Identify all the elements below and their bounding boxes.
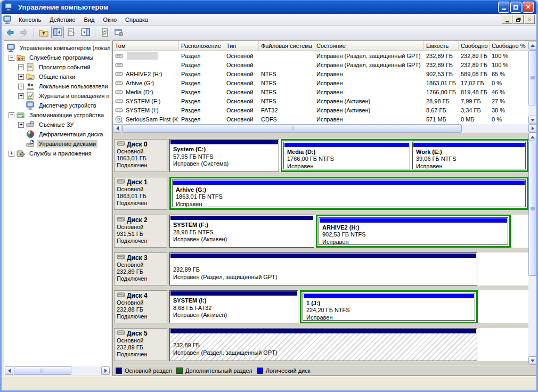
logical-drive-band [304, 294, 474, 298]
column-header-status[interactable]: Состояние [314, 41, 424, 51]
tree-item-event-viewer[interactable]: + Просмотр событий [4, 62, 110, 72]
disk-1-header[interactable]: Диск 1 Основной1863,01 ГБПодключен [114, 177, 167, 210]
partition-system-c[interactable]: System (C:)57,95 ГБ NTFSИсправен (Систем… [169, 139, 279, 172]
scroll-left-button[interactable] [113, 124, 121, 133]
maximize-button[interactable] [510, 2, 521, 13]
collapse-expander-icon[interactable]: − [9, 55, 14, 61]
volume-row[interactable]: Раздел Основной Исправен (Раздел, защище… [113, 51, 537, 60]
scrollbar-thumb[interactable] [528, 50, 537, 105]
tree-item-computer-management[interactable]: Управление компьютером (локаль [4, 43, 110, 53]
volume-row[interactable]: Arhive (G:) Раздел Основной NTFS Исправе… [113, 78, 537, 87]
expand-expander-icon[interactable]: + [18, 93, 24, 99]
show-hide-action-pane-button[interactable] [79, 27, 92, 38]
volume-row[interactable]: SYSTEM (F:) Раздел Основной NTFS Исправе… [113, 96, 537, 105]
tree-item-local-users[interactable]: + Локальные пользователи [4, 81, 110, 91]
tree-horizontal-scrollbar[interactable] [5, 366, 110, 375]
column-header-capacity[interactable]: Емкость [424, 41, 459, 51]
app-icon [4, 3, 13, 11]
console-window-icon [3, 15, 12, 24]
tree-item-services-applications[interactable]: + Службы и приложения [4, 149, 110, 158]
volume-list-vertical-scrollbar[interactable] [528, 41, 537, 124]
disk-2-header[interactable]: Диск 2 Основной931,51 ГБПодключен [114, 215, 167, 248]
scrollbar-thumb[interactable] [122, 124, 462, 133]
tree-item-device-manager[interactable]: Диспетчер устройств [4, 101, 110, 110]
volume-row[interactable]: Раздел Основной Исправен (Раздел, защище… [113, 60, 537, 69]
tree-item-storage[interactable]: − Запоминающие устройства [4, 110, 110, 120]
mdi-minimize-button[interactable] [502, 15, 512, 24]
disk-view-vertical-scrollbar[interactable] [528, 133, 537, 365]
titlebar[interactable]: Управление компьютером ✕ [2, 0, 536, 14]
primary-partition-band [170, 216, 313, 220]
menu-help[interactable]: Справка [121, 15, 152, 24]
partition-arhive-g[interactable]: Arhive (G:)1863,01 ГБ NTFSИсправен [172, 179, 526, 207]
tree-item-system-tools[interactable]: − Служебные программы [4, 53, 110, 62]
partition-system-i[interactable]: SYSTEM (I:)8,68 ГБ FAT32Исправен (Активе… [169, 290, 298, 323]
scroll-right-button[interactable] [101, 366, 110, 375]
toolbar: ? [2, 26, 536, 39]
selected-empty-volume-name [127, 52, 158, 60]
partition-gpt-protected[interactable]: 232,89 ГБИсправен (Раздел, защищенный GP… [169, 328, 477, 361]
menu-window[interactable]: Окно [99, 15, 121, 24]
volume-row[interactable]: SeriousSam First (K:) Раздел Основной CD… [113, 115, 537, 124]
menu-view[interactable]: Вид [80, 15, 99, 24]
disk-5-header[interactable]: Диск 5 Основной232,89 ГБПодключен [114, 328, 167, 361]
back-button[interactable] [4, 27, 17, 38]
column-header-volume[interactable]: Том [113, 41, 179, 51]
scroll-up-button[interactable] [528, 133, 537, 141]
column-header-location[interactable]: Расположение [179, 41, 224, 51]
column-header-free[interactable]: Свободно [459, 41, 490, 51]
partition-work-e[interactable]: Work (E:)39,06 ГБ NTFSИсправен [412, 142, 526, 169]
column-header-filesystem[interactable]: Файловая система [259, 41, 314, 51]
performance-logs-icon [26, 92, 35, 100]
show-hide-console-tree-button[interactable] [51, 27, 64, 38]
scroll-up-button[interactable] [528, 41, 537, 50]
refresh-button[interactable] [99, 27, 111, 38]
scroll-down-button[interactable] [528, 356, 537, 365]
partition-gpt-protected[interactable]: 232,89 ГБИсправен (Раздел, защищенный GP… [169, 252, 477, 285]
collapse-expander-icon[interactable]: − [9, 112, 14, 118]
window-bottom-strip [2, 377, 536, 390]
close-button[interactable]: ✕ [523, 2, 534, 13]
volume-row[interactable]: SYSTEM (I:) Раздел Основной FAT32 Исправ… [113, 105, 537, 115]
partition-1-j[interactable]: 1 (J:)224,20 ГБ NTFSИсправен [303, 293, 475, 321]
help-button[interactable] [112, 27, 125, 38]
expand-expander-icon[interactable]: + [18, 74, 24, 80]
expand-expander-icon[interactable]: + [18, 64, 24, 70]
tree-item-disk-defragmenter[interactable]: Дефрагментация диска [4, 129, 110, 139]
disk-icon [117, 330, 125, 337]
partition-arhive2-h[interactable]: ARHIVE2 (H:)902,53 ГБ NTFSИсправен [319, 217, 508, 245]
expand-expander-icon[interactable]: + [18, 84, 24, 89]
expand-expander-icon[interactable]: + [18, 122, 24, 128]
scroll-right-button[interactable] [528, 124, 537, 133]
volume-list-horizontal-scrollbar[interactable] [113, 124, 537, 133]
menu-action[interactable]: Действие [45, 15, 79, 24]
disk-3-header[interactable]: Диск 3 Основной232,89 ГБПодключен [114, 252, 167, 285]
scrollbar-thumb[interactable] [528, 142, 537, 276]
extended-partition: Arhive (G:)1863,01 ГБ NTFSИсправен [169, 177, 528, 210]
up-folder-button[interactable] [37, 27, 50, 38]
mdi-restore-button[interactable] [513, 15, 524, 24]
minimize-button[interactable] [498, 2, 509, 13]
tools-folder-icon [17, 53, 26, 62]
disk-4-header[interactable]: Диск 4 Основной232,88 ГБПодключен [114, 290, 167, 323]
partition-media-d[interactable]: Media (D:)1766,00 ГБ NTFSИсправен [283, 142, 410, 169]
scrollbar-thumb[interactable] [14, 366, 71, 375]
expand-expander-icon[interactable]: + [9, 151, 14, 157]
partition-system-f[interactable]: SYSTEM (F:)28,98 ГБ NTFSИсправен (Активе… [169, 215, 314, 248]
disk-0-header[interactable]: Диск 0 Основной1863,01 ГБПодключен [114, 139, 167, 172]
legend-extended-partition: Дополнительный раздел [176, 368, 252, 374]
tree-item-performance-logs[interactable]: + Журналы и оповещения пр [4, 91, 110, 101]
forward-button[interactable] [18, 27, 30, 38]
menu-console[interactable]: Консоль [14, 15, 45, 24]
volume-row[interactable]: Media (D:) Раздел Основной NTFS Исправен… [113, 87, 537, 96]
tree-item-shared-folders[interactable]: + Общие папки [4, 72, 110, 81]
scroll-left-button[interactable] [5, 366, 13, 375]
column-header-type[interactable]: Тип [224, 41, 259, 51]
column-header-free-pct[interactable]: Свободно % [490, 41, 530, 51]
scroll-down-button[interactable] [528, 116, 537, 124]
tree-item-removable-storage[interactable]: + Съемные ЗУ [4, 120, 110, 129]
properties-button[interactable]: ? [65, 27, 78, 38]
tree-item-disk-management[interactable]: Управление дисками [4, 139, 110, 149]
volume-row[interactable]: ARHIVE2 (H:) Раздел Основной NTFS Исправ… [113, 69, 537, 78]
volume-icon [115, 61, 124, 69]
